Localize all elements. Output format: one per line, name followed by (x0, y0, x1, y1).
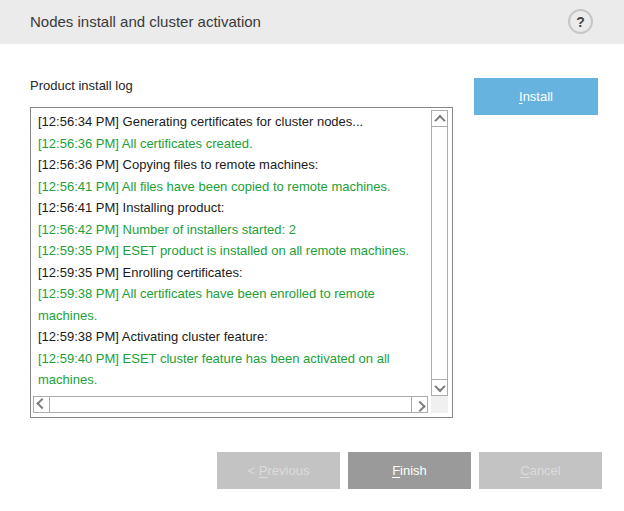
page-title: Nodes install and cluster activation (30, 0, 261, 44)
scroll-up-button[interactable] (431, 110, 448, 127)
scroll-right-button[interactable] (411, 396, 428, 413)
install-button[interactable]: Install (474, 78, 598, 115)
chevron-down-icon (434, 380, 445, 391)
dialog-header: Nodes install and cluster activation ? (0, 0, 624, 44)
vertical-scrollbar-thumb[interactable] (431, 126, 448, 380)
chevron-right-icon (414, 400, 425, 411)
install-log: [12:56:34 PM] Generating certificates fo… (31, 111, 426, 391)
vertical-scrollbar[interactable] (431, 110, 448, 396)
log-entry: [12:59:38 PM] Activating cluster feature… (38, 326, 426, 348)
product-install-log-label: Product install log (30, 78, 133, 93)
finish-button[interactable]: Finish (348, 452, 471, 489)
chevron-up-icon (434, 114, 445, 125)
cancel-button[interactable]: Cancel (479, 452, 602, 489)
question-mark-icon: ? (576, 14, 585, 30)
log-entry: [12:56:36 PM] All certificates created. (38, 133, 426, 155)
previous-button[interactable]: < Previous (217, 452, 340, 489)
log-entry: [12:56:36 PM] Copying files to remote ma… (38, 154, 426, 176)
install-log-listbox[interactable]: [12:56:34 PM] Generating certificates fo… (30, 107, 453, 418)
wizard-dialog: Nodes install and cluster activation ? P… (0, 0, 624, 511)
log-entry: [12:59:38 PM] All certificates have been… (38, 283, 426, 326)
log-entry: [12:59:35 PM] Enrolling certificates: (38, 262, 426, 284)
log-entry: [12:56:41 PM] All files have been copied… (38, 176, 426, 198)
chevron-left-icon (36, 397, 47, 408)
log-entry: [12:56:34 PM] Generating certificates fo… (38, 111, 426, 133)
horizontal-scrollbar-thumb[interactable] (49, 396, 412, 413)
log-entry: [12:56:42 PM] Number of installers start… (38, 219, 426, 241)
log-entry: [12:59:35 PM] ESET product is installed … (38, 240, 426, 262)
log-entry: [12:59:40 PM] ESET cluster feature has b… (38, 348, 426, 391)
help-button[interactable]: ? (568, 9, 593, 34)
scrollbar-corner (431, 396, 448, 413)
scroll-down-button[interactable] (431, 379, 448, 396)
horizontal-scrollbar[interactable] (33, 396, 428, 413)
log-entry: [12:56:41 PM] Installing product: (38, 197, 426, 219)
scroll-left-button[interactable] (33, 396, 50, 413)
